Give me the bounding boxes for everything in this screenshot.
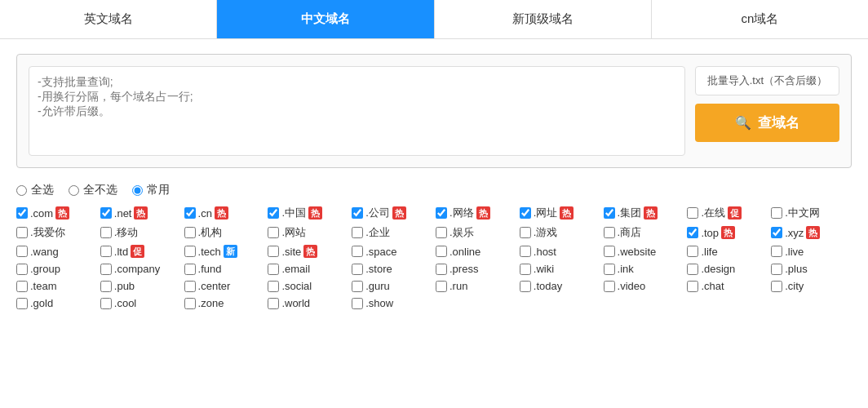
domain-checkbox[interactable] [687,207,698,219]
domain-checkbox[interactable] [771,246,782,257]
domain-checkbox[interactable] [16,281,28,292]
domain-name: .中文网 [785,206,820,220]
domain-checkbox[interactable] [520,207,531,219]
domain-name: .video [618,280,646,292]
tab-chinese[interactable]: 中文域名 [217,0,434,38]
domain-checkbox[interactable] [184,207,196,219]
domain-checkbox[interactable] [184,264,196,275]
domain-name: .娱乐 [450,225,474,240]
domain-checkbox[interactable] [352,246,363,257]
tab-new-tld[interactable]: 新顶级域名 [435,0,652,38]
domain-name: .online [450,246,480,258]
domain-checkbox[interactable] [604,264,615,275]
domain-checkbox[interactable] [184,227,196,238]
domain-checkbox[interactable] [268,227,279,238]
domain-checkbox[interactable] [520,264,531,275]
domain-name: .wang [30,246,59,258]
domain-badge: 热 [476,206,490,220]
search-button[interactable]: 🔍 查域名 [695,104,839,142]
domain-checkbox[interactable] [100,281,112,292]
domain-checkbox[interactable] [771,281,782,292]
domain-checkbox[interactable] [687,246,698,257]
domain-checkbox[interactable] [352,281,363,292]
domain-name: .fund [198,263,222,275]
domain-checkbox[interactable] [16,227,28,238]
domain-item: .游戏 [520,225,600,240]
domain-checkbox[interactable] [268,246,279,257]
domain-checkbox[interactable] [16,246,28,257]
domain-name: .com [30,207,53,220]
search-right: 批量导入.txt（不含后缀） 🔍 查域名 [695,66,839,156]
domain-checkbox[interactable] [268,281,279,292]
domain-checkbox[interactable] [16,264,28,275]
domain-name: .游戏 [534,225,558,240]
domain-checkbox[interactable] [687,281,698,292]
domain-checkbox[interactable] [520,246,531,257]
domain-item: .today [520,280,600,292]
domain-checkbox[interactable] [520,227,531,238]
domain-name: .team [30,280,57,292]
radio-none[interactable]: 全不选 [69,183,117,197]
domain-checkbox[interactable] [184,298,196,309]
radio-all[interactable]: 全选 [16,183,54,197]
domain-checkbox[interactable] [604,227,615,238]
domain-checkbox[interactable] [436,281,447,292]
domain-checkbox[interactable] [100,264,112,275]
domain-checkbox[interactable] [604,281,615,292]
domain-name: .website [618,246,657,258]
domain-checkbox[interactable] [100,298,112,309]
domain-checkbox[interactable] [352,298,363,309]
domain-checkbox[interactable] [184,246,196,257]
search-label: 查域名 [758,113,799,132]
domain-item: .ltd促 [100,245,181,258]
domain-checkbox[interactable] [352,264,363,275]
domain-checkbox[interactable] [771,207,782,219]
domain-name: .pub [114,280,135,292]
tab-english[interactable]: 英文域名 [0,0,217,38]
domain-item: .space [352,245,432,258]
domain-badge: 热 [215,206,228,220]
domain-input[interactable] [29,66,685,156]
domain-checkbox[interactable] [352,227,363,238]
radio-common[interactable]: 常用 [132,183,170,197]
domain-checkbox[interactable] [100,227,112,238]
domain-badge: 热 [392,206,406,220]
domain-badge: 热 [134,206,148,220]
domain-checkbox[interactable] [771,227,782,238]
domain-item: .online [436,245,516,258]
domain-name: .商店 [618,225,642,240]
domain-checkbox[interactable] [687,264,698,275]
domain-checkbox[interactable] [352,207,363,219]
domain-checkbox[interactable] [184,281,196,292]
domain-checkbox[interactable] [436,207,447,219]
domain-checkbox[interactable] [520,281,531,292]
domain-checkbox[interactable] [16,207,28,219]
domain-checkbox[interactable] [268,298,279,309]
domain-name: .cool [114,297,136,309]
tab-cn[interactable]: cn域名 [652,0,868,38]
domain-item: .video [604,280,684,292]
domain-checkbox[interactable] [436,264,447,275]
domain-name: .store [365,263,392,275]
domain-name: .集团 [618,206,642,220]
domain-checkbox[interactable] [436,227,447,238]
domain-badge: 热 [560,206,574,220]
domain-checkbox[interactable] [16,298,28,309]
domain-checkbox[interactable] [100,207,112,219]
domain-checkbox[interactable] [100,246,112,257]
domain-checkbox[interactable] [771,264,782,275]
domain-checkbox[interactable] [604,207,615,219]
domain-item: .gold [16,297,97,309]
domain-item: .net热 [100,206,181,220]
domain-name: .网址 [534,206,558,220]
import-button[interactable]: 批量导入.txt（不含后缀） [695,66,839,95]
domain-checkbox[interactable] [268,207,279,219]
domain-name: .world [281,297,310,309]
domain-item: .中文网 [771,206,852,220]
domain-checkbox[interactable] [436,246,447,257]
domain-checkbox[interactable] [687,227,698,238]
domain-item: .wiki [520,263,600,275]
domain-item: .娱乐 [436,225,516,240]
domain-checkbox[interactable] [268,264,279,275]
domain-checkbox[interactable] [604,246,615,257]
